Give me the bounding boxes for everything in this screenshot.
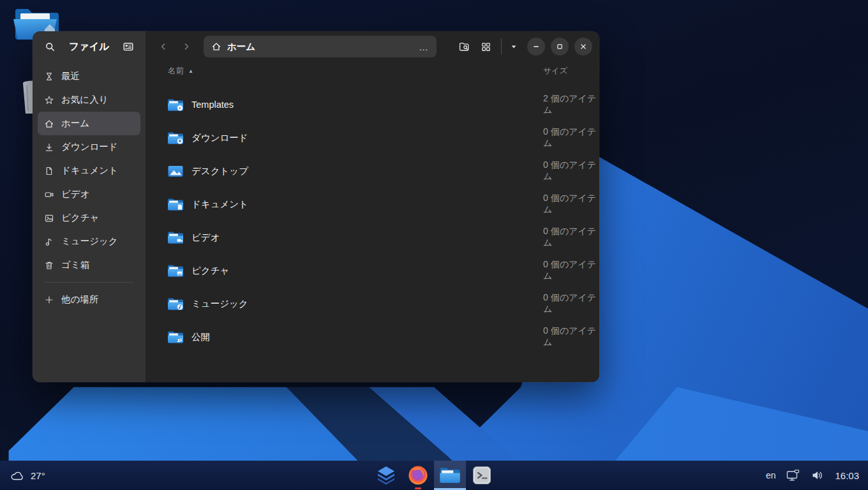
close-icon — [579, 42, 588, 51]
file-size: 0 個のアイテム — [543, 160, 599, 182]
file-row-pictures[interactable]: ピクチャ 0 個のアイテム 今日 16：01 — [146, 254, 599, 287]
file-size: 0 個のアイテム — [543, 193, 599, 216]
terminal-icon — [472, 466, 491, 485]
weather-widget[interactable]: 27° — [10, 470, 45, 481]
grid-view-icon — [481, 41, 491, 52]
chevron-right-icon — [181, 41, 191, 52]
path-bar[interactable]: ホーム … — [204, 36, 437, 57]
sidebar: ファイル 最近 — [33, 31, 146, 382]
folder-icon — [167, 231, 184, 244]
toolbar-separator — [501, 38, 502, 55]
forward-button[interactable] — [176, 36, 197, 57]
sidebar-item-label: ゴミ箱 — [61, 259, 89, 271]
taskbar-app-terminal[interactable] — [466, 461, 498, 490]
column-name[interactable]: 名前 ▲ — [168, 66, 193, 77]
minimize-button[interactable] — [527, 38, 545, 56]
search-icon — [45, 41, 56, 52]
header-bar: ホーム … — [146, 31, 599, 62]
folder-search-icon — [458, 41, 470, 52]
header-actions — [453, 36, 592, 57]
sidebar-item-label: ビデオ — [61, 188, 90, 200]
desktop-icon — [167, 165, 184, 178]
desktop: ファイル 最近 — [0, 0, 868, 490]
taskbar-app-stacks[interactable] — [370, 461, 402, 490]
taskbar-app-firefox[interactable] — [402, 461, 434, 490]
grid-view-button[interactable] — [475, 36, 497, 57]
taskbar-app-files[interactable] — [434, 461, 466, 490]
close-button[interactable] — [574, 38, 592, 56]
sidebar-item-other-locations[interactable]: 他の場所 — [38, 288, 140, 311]
file-row-templates[interactable]: Templates 2 個のアイテム 今日 15：57 — [146, 88, 599, 121]
star-icon — [44, 95, 54, 105]
trash-icon — [44, 260, 54, 271]
folder-icon — [167, 198, 184, 211]
chevron-left-icon — [158, 41, 168, 52]
maximize-button[interactable] — [551, 38, 569, 56]
chevron-down-icon — [510, 43, 518, 50]
file-row-music[interactable]: ミュージック 0 個のアイテム 今日 16：01 — [146, 287, 599, 320]
home-icon — [44, 119, 54, 129]
file-name: Templates — [191, 100, 234, 110]
files-app-icon — [439, 466, 461, 484]
sidebar-header: ファイル — [33, 31, 146, 62]
minimize-icon — [532, 42, 541, 51]
search-folder-button[interactable] — [453, 36, 475, 57]
file-size: 0 個のアイテム — [543, 226, 599, 249]
taskbar: 27° — [0, 461, 868, 490]
file-name: ミュージック — [191, 298, 248, 310]
video-icon — [44, 189, 54, 200]
taskbar-apps — [370, 461, 498, 490]
display-cast-indicator[interactable] — [786, 470, 800, 482]
file-size: 0 個のアイテム — [543, 259, 599, 282]
sidebar-item-label: ミュージック — [61, 235, 118, 248]
folder-icon — [167, 297, 184, 311]
sidebar-item-pictures[interactable]: ピクチャ — [38, 206, 140, 230]
display-icon — [786, 470, 800, 482]
sidebar-item-videos[interactable]: ビデオ — [38, 182, 140, 206]
file-list: Templates 2 個のアイテム 今日 15：57 — [146, 80, 599, 353]
view-options-button[interactable] — [506, 36, 521, 57]
picture-icon — [44, 213, 54, 223]
sidebar-item-label: 最近 — [61, 70, 80, 82]
weather-temp: 27° — [31, 470, 45, 481]
sidebar-item-documents[interactable]: ドキュメント — [38, 159, 140, 182]
sidebar-divider — [44, 282, 134, 283]
file-row-downloads[interactable]: ダウンロード 0 個のアイテム 今日 16：01 — [146, 121, 599, 154]
path-menu-button[interactable]: … — [419, 41, 429, 52]
recent-icon — [44, 71, 54, 82]
column-size[interactable]: サイズ — [543, 66, 567, 77]
folder-icon — [167, 131, 184, 145]
file-size: 0 個のアイテム — [543, 126, 599, 149]
back-button[interactable] — [153, 36, 174, 57]
sidebar-item-home[interactable]: ホーム — [38, 112, 140, 135]
app-title: ファイル — [59, 40, 119, 54]
sidebar-item-recent[interactable]: 最近 — [38, 64, 140, 88]
keyboard-layout[interactable]: en — [766, 470, 776, 480]
file-name: ピクチャ — [191, 265, 229, 277]
column-headers: 名前 ▲ サイズ 更新日 — [146, 62, 599, 80]
music-icon — [44, 237, 54, 247]
sidebar-item-starred[interactable]: お気に入り — [38, 88, 140, 112]
sidebar-item-label: ピクチャ — [61, 212, 99, 224]
firefox-icon — [408, 465, 428, 486]
cloud-icon — [10, 470, 24, 481]
content-pane: ホーム … — [146, 31, 599, 382]
sidebar-item-label: お気に入り — [61, 94, 108, 106]
sidebar-item-music[interactable]: ミュージック — [38, 230, 140, 253]
file-size: 0 個のアイテム — [543, 292, 599, 315]
file-row-desktop[interactable]: デスクトップ 0 個のアイテム 今日 16：01 — [146, 154, 599, 188]
sidebar-item-downloads[interactable]: ダウンロード — [38, 135, 140, 159]
path-label: ホーム — [227, 41, 255, 53]
search-button[interactable] — [40, 37, 59, 56]
plus-icon — [44, 295, 54, 305]
file-row-documents[interactable]: ドキュメント 0 個のアイテム 今日 16：01 — [146, 188, 599, 221]
clock[interactable]: 16:03 — [835, 470, 859, 481]
folder-icon — [167, 98, 184, 112]
folder-icon — [167, 330, 184, 344]
sidebar-toggle-button[interactable] — [119, 37, 138, 56]
sidebar-item-trash[interactable]: ゴミ箱 — [38, 253, 140, 277]
volume-indicator[interactable] — [811, 470, 824, 480]
file-row-videos[interactable]: ビデオ 0 個のアイテム 今日 16：01 — [146, 221, 599, 254]
file-name: 公開 — [191, 331, 210, 343]
file-row-public[interactable]: 公開 0 個のアイテム 今日 16：01 — [146, 320, 599, 353]
